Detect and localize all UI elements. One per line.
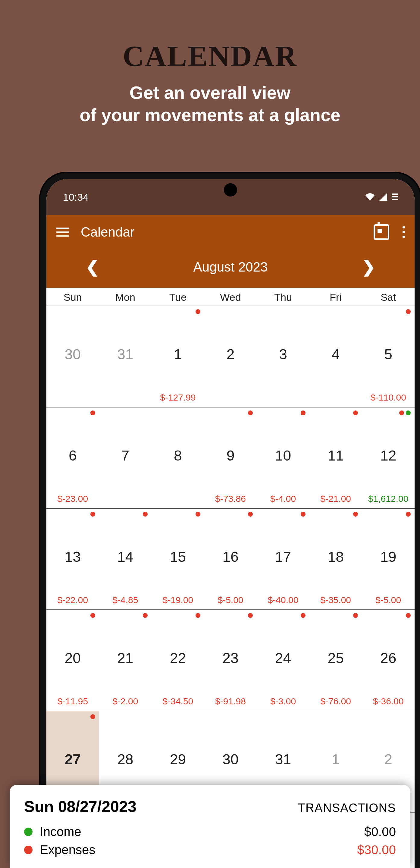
day-number: 30 — [206, 751, 256, 768]
calendar-day[interactable]: 7 — [99, 407, 152, 508]
day-number: 2 — [363, 751, 413, 768]
calendar-day[interactable]: 19$-5.00 — [362, 509, 415, 610]
expense-label: Expenses — [40, 843, 95, 857]
menu-icon[interactable] — [56, 227, 69, 237]
day-amount: $-4.85 — [101, 595, 150, 605]
day-number: 28 — [101, 751, 150, 768]
income-dot-icon — [24, 828, 33, 836]
summary-card[interactable]: Sun 08/27/2023 TRANSACTIONS Income $0.00… — [10, 785, 410, 868]
day-amount: $-110.00 — [363, 393, 413, 403]
day-amount: $-5.00 — [363, 595, 413, 605]
day-number: 19 — [363, 549, 413, 565]
red-dot-icon — [406, 309, 411, 314]
day-amount: $-73.86 — [206, 494, 256, 504]
day-amount: $-127.99 — [153, 393, 203, 403]
day-amount: $-34.50 — [153, 696, 203, 707]
day-amount: $-35.00 — [311, 595, 361, 605]
dow-cell: Fri — [310, 288, 362, 306]
red-dot-icon — [90, 410, 95, 415]
month-label[interactable]: August 2023 — [193, 259, 267, 275]
calendar-day[interactable]: 4 — [310, 306, 362, 407]
dow-cell: Mon — [99, 288, 152, 306]
day-number: 31 — [258, 751, 308, 768]
red-dot-icon — [143, 613, 148, 618]
day-number: 5 — [363, 346, 413, 363]
day-amount: $-76.00 — [311, 696, 361, 707]
green-dot-icon — [406, 410, 411, 415]
day-amount: $-36.00 — [363, 696, 413, 707]
calendar-day[interactable]: 24$-3.00 — [257, 610, 310, 711]
calendar-day[interactable]: 31 — [99, 306, 152, 407]
prev-month-button[interactable]: ❮ — [86, 257, 99, 276]
next-month-button[interactable]: ❯ — [362, 257, 376, 276]
status-time: 10:34 — [63, 191, 89, 203]
dow-cell: Sun — [46, 288, 99, 306]
day-number: 27 — [48, 751, 98, 768]
day-number: 30 — [48, 346, 98, 363]
calendar-day[interactable]: 2 — [204, 306, 257, 407]
day-amount — [206, 393, 256, 403]
calendar-day[interactable]: 14$-4.85 — [99, 509, 152, 610]
calendar-day[interactable]: 22$-34.50 — [152, 610, 204, 711]
red-dot-icon — [353, 613, 358, 618]
promo-title: CALENDAR — [0, 0, 420, 73]
day-number: 16 — [206, 549, 256, 565]
wifi-icon — [365, 191, 375, 203]
calendar-day[interactable]: 18$-35.00 — [310, 509, 362, 610]
day-number: 12 — [363, 447, 413, 464]
red-dot-icon — [406, 613, 411, 618]
day-number: 29 — [153, 751, 203, 768]
day-number: 25 — [311, 650, 361, 666]
calendar-day[interactable]: 5$-110.00 — [362, 306, 415, 407]
calendar-day[interactable]: 21$-2.00 — [99, 610, 152, 711]
calendar-day[interactable]: 3 — [257, 306, 310, 407]
calendar-day[interactable]: 11$-21.00 — [310, 407, 362, 508]
day-amount: $-4.00 — [258, 494, 308, 504]
calendar-day[interactable]: 12$1,612.00 — [362, 407, 415, 508]
day-amount — [258, 393, 308, 403]
red-dot-icon — [196, 309, 200, 314]
red-dot-icon — [196, 613, 200, 618]
calendar-grid: 30311$-127.992345$-110.006$-23.00789$-73… — [46, 306, 415, 812]
calendar-day[interactable]: 6$-23.00 — [46, 407, 99, 508]
day-amount — [311, 393, 361, 403]
day-number: 31 — [101, 346, 150, 363]
day-number: 1 — [153, 346, 203, 363]
calendar-day[interactable]: 20$-11.95 — [46, 610, 99, 711]
day-amount: $-22.00 — [48, 595, 98, 605]
calendar-day[interactable]: 16$-5.00 — [204, 509, 257, 610]
overflow-icon[interactable] — [402, 226, 405, 238]
red-dot-icon — [406, 512, 411, 517]
summary-expense-row: Expenses $30.00 — [24, 841, 396, 859]
app-bar: Calendar ❮ August 2023 ❯ — [46, 215, 415, 288]
calendar-day[interactable]: 13$-22.00 — [46, 509, 99, 610]
promo-subtitle: Get an overall view of your movements at… — [0, 82, 420, 127]
calendar-day[interactable]: 23$-91.98 — [204, 610, 257, 711]
red-dot-icon — [90, 714, 95, 719]
day-number: 23 — [206, 650, 256, 666]
signal-icon — [379, 191, 387, 203]
calendar-day[interactable]: 30 — [46, 306, 99, 407]
red-dot-icon — [353, 410, 358, 415]
red-dot-icon — [399, 410, 404, 415]
calendar-day[interactable]: 9$-73.86 — [204, 407, 257, 508]
calendar-day[interactable]: 25$-76.00 — [310, 610, 362, 711]
calendar-day[interactable]: 15$-19.00 — [152, 509, 204, 610]
calendar-day[interactable]: 1$-127.99 — [152, 306, 204, 407]
red-dot-icon — [301, 613, 305, 618]
calendar-day[interactable]: 17$-40.00 — [257, 509, 310, 610]
day-number: 15 — [153, 549, 203, 565]
dow-cell: Sat — [362, 288, 415, 306]
today-icon[interactable] — [374, 224, 389, 240]
day-number: 18 — [311, 549, 361, 565]
dow-cell: Tue — [152, 288, 204, 306]
day-amount: $-19.00 — [153, 595, 203, 605]
red-dot-icon — [301, 512, 305, 517]
day-amount: $-5.00 — [206, 595, 256, 605]
calendar-day[interactable]: 8 — [152, 407, 204, 508]
calendar-day[interactable]: 26$-36.00 — [362, 610, 415, 711]
red-dot-icon — [196, 512, 200, 517]
day-number: 2 — [206, 346, 256, 363]
calendar-day[interactable]: 10$-4.00 — [257, 407, 310, 508]
phone-frame: 10:34 — [39, 172, 420, 868]
